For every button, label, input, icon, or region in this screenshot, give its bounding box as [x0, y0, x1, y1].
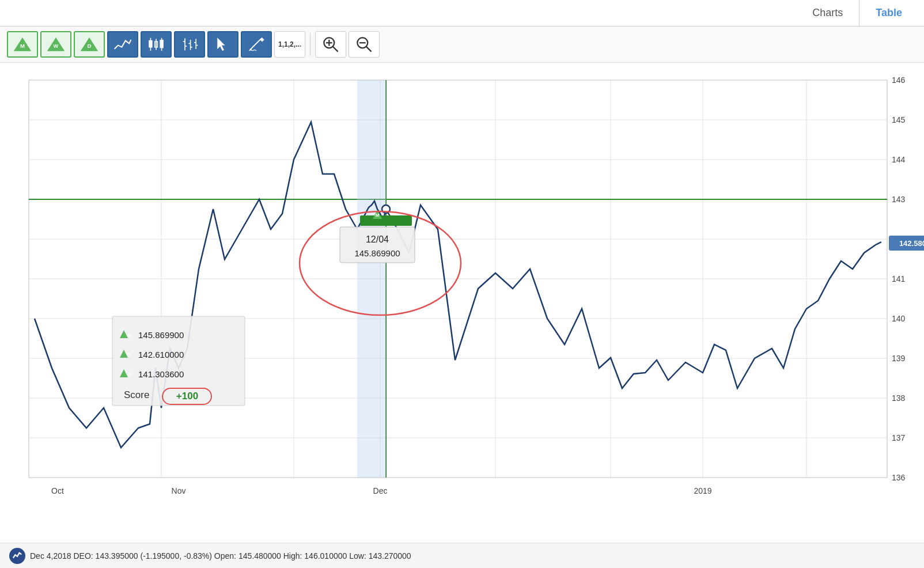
btn-ohlc[interactable] — [174, 31, 205, 58]
svg-text:146: 146 — [892, 75, 906, 85]
svg-rect-7 — [149, 41, 152, 47]
svg-text:137: 137 — [892, 433, 906, 442]
svg-text:Score: Score — [124, 389, 149, 400]
svg-line-29 — [366, 47, 372, 52]
svg-text:142.610000: 142.610000 — [138, 350, 184, 359]
svg-text:M: M — [376, 213, 380, 218]
tab-charts[interactable]: Charts — [796, 0, 859, 26]
svg-line-22 — [250, 39, 261, 50]
svg-text:Dec: Dec — [373, 486, 388, 495]
svg-text:145.869900: 145.869900 — [354, 248, 400, 258]
svg-marker-21 — [217, 38, 225, 51]
svg-rect-55 — [357, 80, 386, 478]
svg-text:141.303600: 141.303600 — [138, 369, 184, 379]
svg-text:145: 145 — [892, 115, 906, 124]
svg-rect-72 — [360, 215, 412, 226]
btn-zoom-in[interactable] — [315, 31, 346, 58]
svg-text:D: D — [128, 372, 131, 377]
svg-text:M: M — [128, 333, 132, 338]
status-icon — [9, 548, 25, 564]
status-bar: Dec 4,2018 DEO: 143.395000 (-1.195000, -… — [0, 543, 924, 568]
btn-daily[interactable]: D — [74, 31, 105, 58]
svg-text:144: 144 — [892, 155, 906, 164]
svg-rect-31 — [0, 63, 924, 506]
tab-table[interactable]: Table — [859, 0, 918, 26]
svg-text:142.5800: 142.5800 — [899, 239, 924, 248]
svg-text:139: 139 — [892, 354, 906, 363]
toolbar: M W D — [0, 26, 924, 63]
svg-line-25 — [333, 47, 338, 52]
svg-text:138: 138 — [892, 393, 906, 403]
svg-text:W: W — [54, 43, 59, 49]
btn-cursor[interactable] — [207, 31, 238, 58]
svg-text:Oct: Oct — [51, 486, 64, 495]
svg-rect-11 — [160, 40, 163, 48]
btn-candlestick[interactable] — [141, 31, 172, 58]
svg-text:2019: 2019 — [694, 486, 711, 495]
btn-draw[interactable] — [241, 31, 272, 58]
svg-text:143: 143 — [892, 195, 906, 204]
svg-text:12/04: 12/04 — [366, 234, 389, 244]
btn-zoom-out[interactable] — [349, 31, 380, 58]
btn-weekly[interactable]: W — [40, 31, 71, 58]
chart-area: 136 137 138 139 140 141 142 143 144 145 … — [0, 63, 924, 506]
svg-text:136: 136 — [892, 473, 906, 482]
btn-monthly[interactable]: M — [7, 31, 38, 58]
svg-text:+100: +100 — [176, 391, 198, 402]
svg-text:140: 140 — [892, 314, 906, 323]
btn-labels[interactable]: 1,1,2,... — [274, 31, 305, 58]
toolbar-separator — [310, 33, 310, 56]
svg-text:Nov: Nov — [172, 486, 186, 495]
svg-text:141: 141 — [892, 274, 906, 283]
btn-linechart[interactable] — [107, 31, 138, 58]
svg-text:W: W — [127, 353, 131, 357]
top-tabs: Charts Table — [0, 0, 924, 26]
chart-svg: 136 137 138 139 140 141 142 143 144 145 … — [0, 63, 924, 506]
svg-text:145.869900: 145.869900 — [138, 330, 184, 340]
svg-text:M: M — [20, 43, 25, 49]
svg-text:D: D — [88, 43, 92, 49]
status-text: Dec 4,2018 DEO: 143.395000 (-1.195000, -… — [30, 551, 411, 561]
